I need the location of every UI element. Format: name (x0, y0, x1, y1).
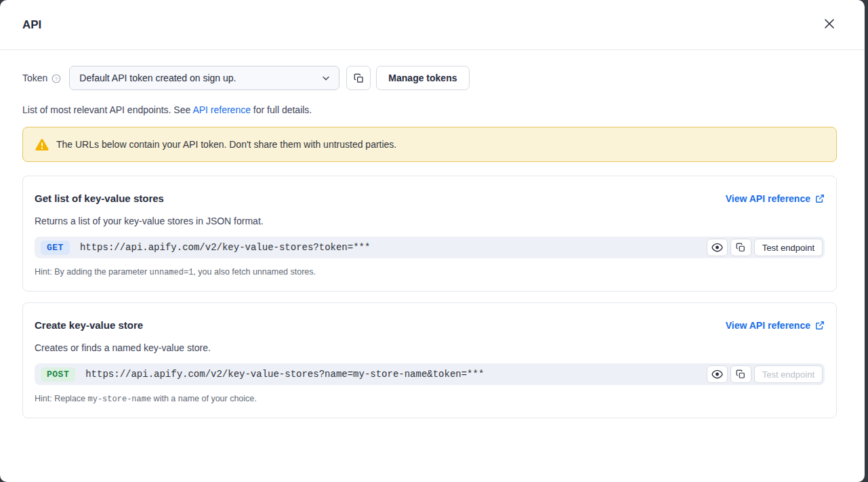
token-label: Token (22, 73, 47, 83)
endpoint-description: Returns a list of your key-value stores … (35, 216, 825, 226)
intro-after: for full details. (251, 104, 312, 115)
external-link-icon (815, 321, 825, 330)
hint-code: my-store-name (88, 395, 152, 404)
view-api-reference-link[interactable]: View API reference (726, 320, 825, 331)
view-api-reference-label: View API reference (726, 320, 810, 331)
view-api-reference-link[interactable]: View API reference (726, 193, 825, 204)
test-endpoint-button[interactable]: Test endpoint (754, 239, 823, 256)
close-icon (824, 18, 835, 31)
copy-icon (736, 243, 745, 252)
warning-text: The URLs below contain your API token. D… (56, 139, 396, 150)
hint-before: Hint: Replace (35, 394, 88, 403)
endpoint-url: https://api.apify.com/v2/key-value-store… (85, 369, 703, 380)
copy-icon (736, 369, 745, 379)
modal-header: API (0, 0, 865, 50)
eye-icon (711, 243, 723, 252)
endpoint-card: Create key-value store View API referenc… (22, 302, 837, 418)
api-reference-link[interactable]: API reference (192, 104, 251, 115)
eye-icon (711, 369, 723, 379)
manage-tokens-button[interactable]: Manage tokens (376, 66, 469, 90)
page-title: API (22, 18, 41, 32)
warning-triangle-icon (35, 138, 49, 151)
modal-body: Token ? Default API token created on sig… (0, 50, 865, 418)
view-api-reference-label: View API reference (726, 193, 810, 204)
token-select[interactable]: Default API token created on sign up. (69, 66, 339, 90)
warning-banner: The URLs below contain your API token. D… (22, 127, 837, 162)
endpoint-url-row: GET https://api.apify.com/v2/key-value-s… (35, 237, 825, 258)
endpoint-hint: Hint: By adding the parameter unnamed=1,… (35, 267, 825, 277)
card-header: Get list of key-value stores View API re… (35, 193, 825, 204)
endpoint-url: https://api.apify.com/v2/key-value-store… (80, 242, 704, 253)
close-button[interactable] (820, 16, 839, 35)
endpoint-description: Creates or finds a named key-value store… (35, 342, 825, 353)
token-row: Token ? Default API token created on sig… (22, 66, 837, 90)
intro-text: List of most relevant API endpoints. See… (22, 104, 837, 115)
api-modal: API Token ? Default API token created on… (0, 0, 865, 482)
endpoint-hint: Hint: Replace my-store-name with a name … (35, 394, 825, 404)
endpoint-url-row: POST https://api.apify.com/v2/key-value-… (35, 363, 825, 385)
hint-after: with a name of your choice. (151, 394, 257, 403)
method-badge: GET (41, 241, 70, 255)
intro-before: List of most relevant API endpoints. See (22, 104, 192, 115)
help-icon[interactable]: ? (51, 74, 61, 83)
hint-code: unnamed=1 (150, 268, 194, 277)
copy-icon (354, 73, 364, 83)
hint-before: Hint: By adding the parameter (35, 267, 150, 277)
endpoint-title: Create key-value store (35, 319, 143, 331)
copy-url-button[interactable] (730, 365, 751, 383)
show-token-button[interactable] (707, 239, 728, 256)
token-select-value: Default API token created on sign up. (79, 73, 236, 83)
external-link-icon (815, 194, 825, 203)
svg-text:?: ? (55, 76, 58, 82)
chevron-down-icon (323, 76, 329, 81)
hint-after: , you also fetch unnamed stores. (193, 267, 316, 277)
endpoint-card: Get list of key-value stores View API re… (22, 176, 837, 292)
method-badge: POST (41, 367, 75, 382)
test-endpoint-button[interactable]: Test endpoint (754, 365, 823, 383)
card-header: Create key-value store View API referenc… (35, 319, 825, 331)
copy-url-button[interactable] (730, 239, 751, 256)
endpoint-title: Get list of key-value stores (35, 193, 164, 204)
copy-token-button[interactable] (346, 66, 371, 90)
show-token-button[interactable] (707, 365, 728, 383)
